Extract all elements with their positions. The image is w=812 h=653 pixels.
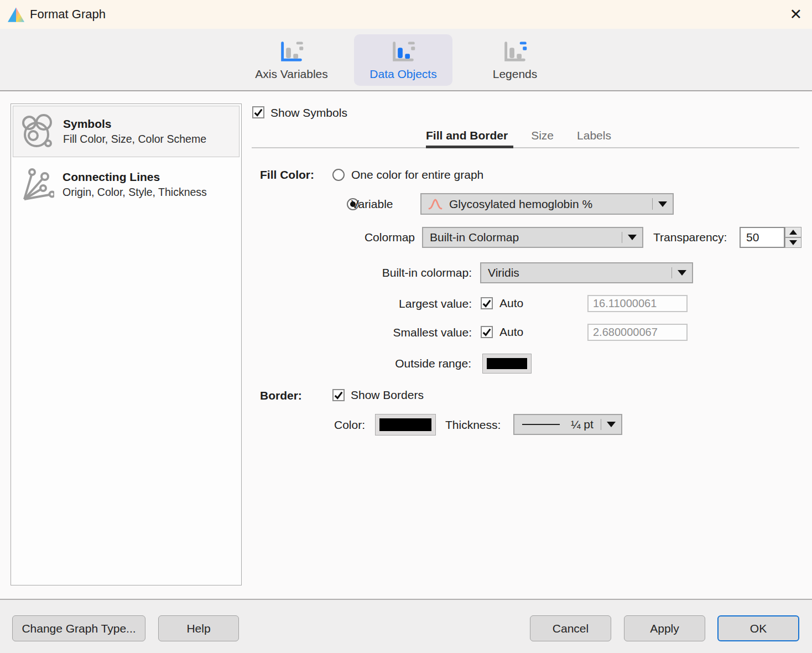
largest-auto-checkbox[interactable] — [481, 297, 493, 309]
builtin-colormap-label: Built-in colormap: — [310, 266, 472, 279]
tab-fill-and-border[interactable]: Fill and Border — [426, 129, 508, 142]
tab-separator — [252, 147, 799, 148]
footer-bar: Change Graph Type... Help Cancel Apply O… — [0, 599, 812, 653]
transparency-label: Transparency: — [653, 231, 727, 244]
smallest-auto-checkbox[interactable] — [481, 326, 493, 338]
checkmark-icon — [253, 107, 263, 117]
variable-dropdown[interactable]: Glycosylated hemoglobin % — [420, 193, 674, 215]
one-color-radio[interactable] — [332, 169, 345, 181]
help-button[interactable]: Help — [158, 615, 239, 641]
top-toolbar: Axis Variables Data Objects — [0, 29, 812, 91]
tab-data-objects[interactable]: Data Objects — [354, 34, 452, 86]
spinner-down-icon — [789, 240, 797, 245]
spinner-up-button[interactable] — [785, 227, 801, 237]
sidebar-item-connecting-lines[interactable]: Connecting Lines Origin, Color, Style, T… — [13, 159, 240, 210]
checkmark-icon — [482, 327, 492, 337]
sidebar-item-subtitle: Fill Color, Size, Color Scheme — [63, 133, 206, 146]
one-color-label: One color for entire graph — [351, 168, 483, 182]
tab-size[interactable]: Size — [531, 129, 554, 142]
smallest-auto-label: Auto — [499, 325, 523, 339]
show-symbols-checkbox[interactable] — [252, 106, 264, 118]
border-color-label: Color: — [310, 418, 365, 432]
tab-labels[interactable]: Labels — [577, 129, 611, 142]
builtin-colormap-dropdown[interactable]: Viridis — [480, 262, 693, 283]
chevron-down-icon — [658, 201, 667, 207]
object-list: Symbols Fill Color, Size, Color Scheme C — [11, 103, 242, 585]
cancel-button[interactable]: Cancel — [530, 615, 611, 641]
border-color-swatch[interactable] — [375, 414, 436, 436]
sidebar-item-symbols[interactable]: Symbols Fill Color, Size, Color Scheme — [13, 106, 240, 157]
smallest-value-label: Smallest value: — [332, 326, 472, 339]
tab-axis-variables[interactable]: Axis Variables — [242, 34, 341, 86]
thickness-value: ¼ pt — [571, 418, 601, 431]
sidebar-item-title: Symbols — [63, 117, 206, 131]
border-section-label: Border: — [260, 389, 302, 402]
smallest-value-field[interactable]: 2.680000067 — [587, 324, 688, 341]
sidebar-item-subtitle: Origin, Color, Style, Thickness — [63, 186, 207, 199]
sidebar-item-title: Connecting Lines — [63, 170, 207, 184]
prism-logo-icon — [8, 7, 24, 22]
colormap-label: Colormap — [332, 231, 415, 244]
spinner-down-button[interactable] — [785, 237, 801, 248]
transparency-input[interactable]: 50 — [740, 227, 785, 248]
axis-variables-icon — [278, 40, 305, 64]
tab-label: Legends — [493, 68, 538, 81]
window-title: Format Graph — [30, 7, 106, 22]
bell-curve-icon — [428, 197, 443, 211]
variable-dropdown-value: Glycosylated hemoglobin % — [449, 198, 652, 211]
chevron-down-icon — [678, 270, 686, 276]
colormap-dropdown-value: Built-in Colormap — [430, 231, 622, 244]
tab-legends[interactable]: Legends — [466, 34, 564, 86]
toolbar-tabs: Axis Variables Data Objects — [242, 34, 564, 86]
checkmark-icon — [334, 390, 343, 400]
thickness-dropdown[interactable]: ¼ pt — [513, 414, 622, 435]
chevron-down-icon — [607, 422, 616, 427]
title-bar: Format Graph ✕ — [0, 0, 812, 29]
spinner-up-icon — [789, 230, 797, 235]
data-objects-icon — [390, 40, 417, 64]
largest-value-field[interactable]: 16.11000061 — [587, 295, 688, 312]
transparency-spinner: 50 — [740, 227, 801, 248]
tab-label: Axis Variables — [255, 68, 328, 81]
variable-label: Variable — [351, 198, 393, 211]
thickness-label: Thickness: — [445, 418, 501, 432]
show-symbols-label: Show Symbols — [270, 106, 347, 120]
outside-range-color-swatch[interactable] — [482, 354, 532, 374]
tab-label: Data Objects — [369, 68, 436, 81]
symbols-icon — [19, 114, 55, 149]
legends-icon — [502, 40, 528, 64]
change-graph-type-button[interactable]: Change Graph Type... — [12, 615, 145, 641]
format-graph-dialog: Format Graph ✕ Axis Variables — [0, 0, 812, 653]
apply-button[interactable]: Apply — [624, 615, 705, 641]
largest-value-label: Largest value: — [332, 297, 472, 310]
ok-button[interactable]: OK — [717, 615, 799, 641]
fill-color-section-label: Fill Color: — [260, 168, 314, 182]
chevron-down-icon — [628, 235, 637, 240]
active-tab-underline — [426, 146, 513, 148]
connecting-lines-icon — [18, 167, 55, 203]
outside-range-label: Outside range: — [332, 357, 471, 370]
builtin-colormap-value: Viridis — [488, 266, 672, 279]
largest-auto-label: Auto — [499, 297, 523, 310]
checkmark-icon — [482, 298, 492, 308]
show-borders-label: Show Borders — [351, 388, 424, 402]
close-icon[interactable]: ✕ — [789, 4, 802, 24]
line-sample — [522, 424, 560, 425]
show-borders-checkbox[interactable] — [332, 389, 345, 401]
colormap-dropdown[interactable]: Built-in Colormap — [422, 227, 643, 248]
panel-tabs: Fill and Border Size Labels — [426, 129, 611, 142]
